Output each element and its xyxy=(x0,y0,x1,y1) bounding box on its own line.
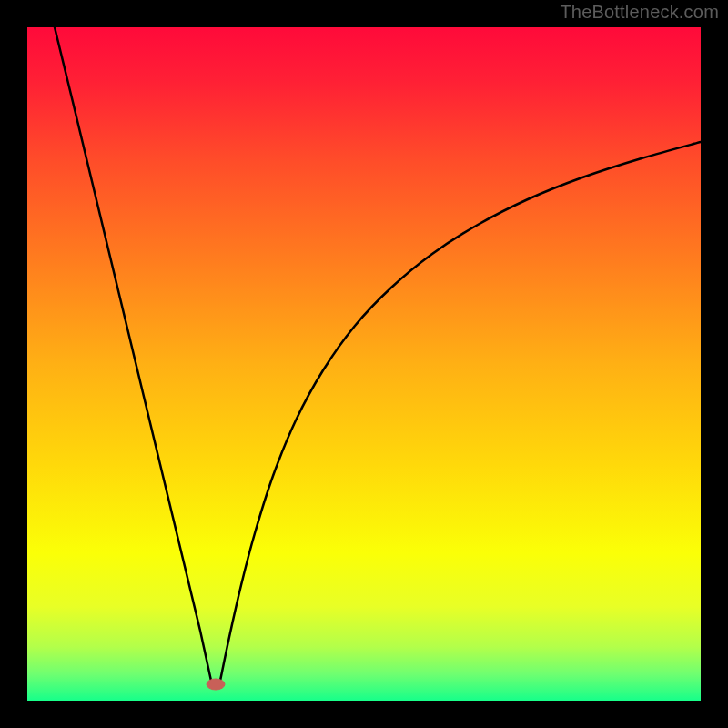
gradient-background xyxy=(27,27,701,701)
chart-frame: TheBottleneck.com xyxy=(0,0,728,728)
plot-area xyxy=(27,27,701,701)
watermark-text: TheBottleneck.com xyxy=(560,2,719,23)
vertex-marker xyxy=(207,679,225,690)
chart-svg xyxy=(27,27,701,701)
